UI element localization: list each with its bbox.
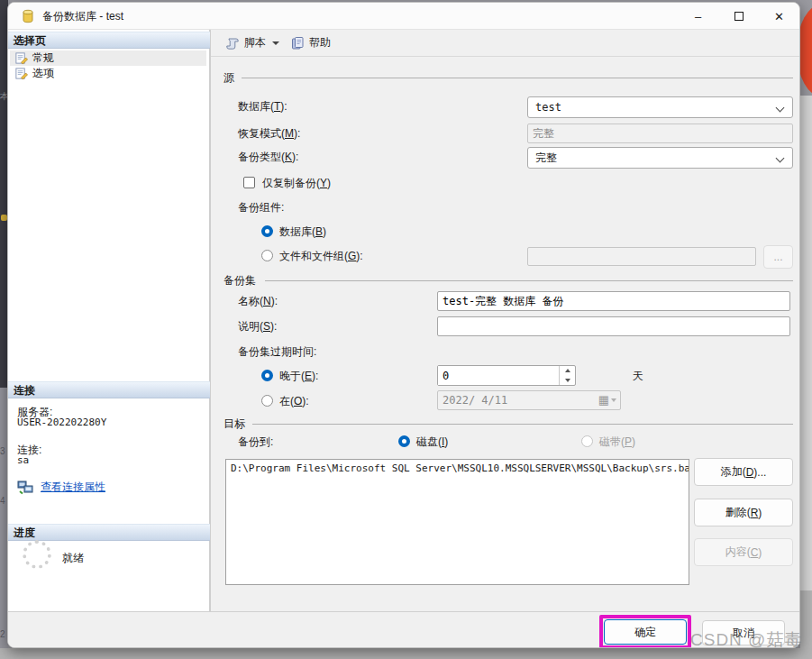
page-icon: [14, 51, 28, 65]
on-date-label: 在(O):: [279, 394, 309, 408]
server-value: USER-202202280Y: [17, 416, 106, 428]
minimize-button[interactable]: –: [678, 3, 718, 30]
view-connection-properties-row: 查看连接属性: [17, 479, 105, 495]
database-combobox[interactable]: test: [527, 96, 793, 118]
help-label: 帮助: [309, 35, 331, 50]
progress-header: 进度: [8, 524, 210, 541]
backup-type-label: 备份类型(K):: [238, 150, 298, 164]
script-button[interactable]: 脚本: [222, 32, 283, 53]
database-radio[interactable]: [261, 225, 273, 237]
sidebar-item-label: 选项: [32, 66, 54, 81]
after-label: 晚于(E):: [279, 369, 318, 383]
days-label: 天: [633, 369, 643, 383]
select-page-header: 选择页: [8, 32, 210, 49]
background-right-strip: [800, 96, 812, 593]
connection-properties-icon: [17, 479, 33, 495]
files-filegroups-radio[interactable]: [261, 250, 273, 261]
maximize-button[interactable]: [718, 3, 759, 30]
backup-component-label: 备份组件:: [238, 200, 284, 215]
name-label: 名称(N):: [238, 294, 278, 308]
arrow-up-icon: [565, 369, 570, 372]
sidebar-item-label: 常规: [32, 50, 54, 66]
group-line: [252, 424, 793, 425]
help-icon: [290, 36, 305, 50]
on-date-radio[interactable]: [261, 395, 273, 407]
database-icon: [21, 9, 35, 23]
chevron-down-icon: [272, 41, 279, 45]
sidebar: 选择页 常规 选项 连接 服务器: USER-202202280Y 连接: sa: [8, 30, 210, 611]
backup-path-listbox[interactable]: D:\Program Files\Microsoft SQL Server\MS…: [225, 459, 689, 585]
contents-button[interactable]: 内容(C): [694, 538, 793, 566]
script-label: 脚本: [244, 35, 266, 50]
chevron-down-icon: [776, 104, 785, 113]
main-panel: 脚本 帮助 源 数据库(T): test 恢复模式(M): 完整 备份类型(K)…: [210, 30, 800, 611]
backup-set-group-legend: 备份集: [224, 273, 256, 288]
background-artifact: [1, 215, 7, 221]
on-date-value: 2022/ 4/11: [442, 394, 507, 407]
progress-spinner-icon: [23, 540, 51, 569]
disk-radio[interactable]: [398, 435, 410, 447]
sidebar-item-general[interactable]: 常规: [10, 50, 206, 66]
destination-group-legend: 目标: [224, 416, 245, 431]
tape-radio[interactable]: [581, 435, 593, 447]
description-label: 说明(S):: [238, 319, 277, 334]
backup-database-dialog: 备份数据库 - test – ✕ 选择页 常规 选项 连接 服务器: [7, 2, 800, 648]
stepper-down-button[interactable]: [560, 376, 575, 386]
files-filegroups-field: [527, 247, 756, 266]
description-input[interactable]: [437, 316, 790, 336]
database-value: test: [535, 101, 561, 114]
minimize-icon: –: [695, 10, 701, 23]
script-icon: [225, 36, 240, 50]
backup-type-value: 完整: [535, 151, 557, 166]
window-controls: – ✕: [678, 3, 799, 30]
backup-to-label: 备份到:: [238, 435, 273, 449]
help-button[interactable]: 帮助: [287, 32, 334, 53]
annotation-highlight-box: 确定: [599, 615, 691, 648]
on-date-picker: 2022/ 4/11 ▦: [437, 390, 621, 410]
tape-radio-label: 磁带(P): [599, 435, 635, 449]
database-label: 数据库(T):: [238, 99, 287, 114]
source-group-legend: 源: [224, 70, 234, 85]
chevron-down-icon: [776, 154, 785, 163]
group-line: [265, 280, 793, 281]
connection-header: 连接: [8, 381, 210, 398]
add-button[interactable]: 添加(D)...: [694, 458, 793, 486]
calendar-icon[interactable]: ▦: [598, 393, 616, 407]
page-icon: [14, 67, 28, 80]
close-button[interactable]: ✕: [759, 3, 799, 30]
sidebar-item-options[interactable]: 选项: [10, 66, 206, 81]
backup-path-item[interactable]: D:\Program Files\Microsoft SQL Server\MS…: [231, 462, 689, 474]
copy-only-checkbox[interactable]: [243, 177, 255, 188]
recovery-model-label: 恢复模式(M):: [238, 126, 300, 141]
ok-button[interactable]: 确定: [604, 619, 687, 645]
name-input[interactable]: [437, 291, 790, 311]
files-filegroups-label: 文件和文件组(G):: [279, 249, 363, 263]
progress-status: 就绪: [62, 551, 84, 566]
disk-radio-label: 磁盘(I): [416, 435, 448, 449]
after-radio[interactable]: [261, 370, 273, 381]
close-icon: ✕: [774, 10, 784, 23]
view-connection-properties-link[interactable]: 查看连接属性: [41, 480, 105, 495]
after-days-stepper: [437, 365, 576, 386]
stepper-up-button[interactable]: [560, 366, 575, 376]
database-radio-label: 数据库(B): [279, 224, 326, 239]
arrow-down-icon: [565, 379, 570, 382]
group-line: [242, 78, 793, 78]
backup-type-combobox[interactable]: 完整: [527, 147, 793, 169]
after-days-input[interactable]: [438, 366, 559, 385]
remove-button[interactable]: 删除(R): [694, 499, 793, 526]
browse-button[interactable]: ...: [763, 245, 793, 269]
watermark: CSDN @菇毒: [690, 628, 802, 652]
stepper-buttons: [559, 366, 575, 385]
dialog-title: 备份数据库 - test: [42, 3, 123, 30]
maximize-icon: [734, 12, 744, 21]
expire-label: 备份集过期时间:: [238, 344, 316, 359]
toolbar: 脚本 帮助: [211, 30, 800, 57]
copy-only-label: 仅复制备份(Y): [262, 176, 331, 190]
title-bar: 备份数据库 - test – ✕: [8, 3, 799, 30]
recovery-model-field: 完整: [527, 124, 793, 143]
arrow-down-icon: [611, 398, 616, 402]
connection-value: sa: [17, 454, 29, 466]
